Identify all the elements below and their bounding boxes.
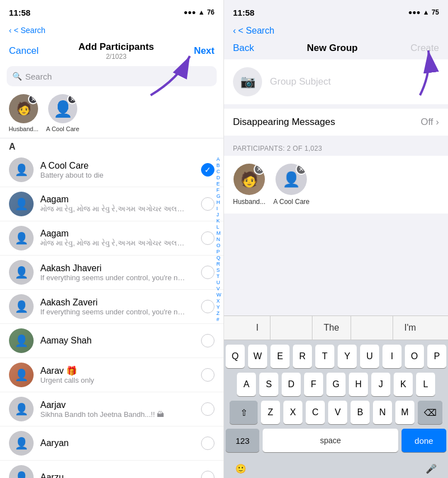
delete-key[interactable]: ⌫: [418, 401, 442, 424]
search-bar[interactable]: 🔍 Search: [7, 66, 217, 86]
contact-name: Aagam: [40, 194, 201, 205]
check-indicator[interactable]: [201, 402, 214, 416]
remove-participant-coolcare[interactable]: ✕: [296, 164, 307, 175]
section-label-a: A: [0, 138, 223, 153]
check-indicator[interactable]: [201, 334, 214, 347]
husband-avatar: 🧑 ✕: [9, 94, 38, 123]
table-row[interactable]: 👤 Aakash Zaveri If everything seems unde…: [0, 290, 223, 324]
next-button[interactable]: Next: [194, 45, 214, 57]
remove-participant-husband[interactable]: ✕: [254, 164, 265, 175]
left-time: 11:58: [9, 8, 30, 17]
contact-name: Aakash Zaveri: [40, 298, 201, 308]
check-indicator[interactable]: [201, 231, 214, 245]
left-back-nav[interactable]: ‹ < Search: [0, 25, 223, 38]
selected-contact-coolcare[interactable]: 👤 ✕ A Cool Care: [46, 94, 80, 132]
key-t[interactable]: T: [315, 345, 334, 368]
mic-icon[interactable]: 🎤: [426, 463, 437, 474]
nav-title-group: Add Participants 2/1023: [78, 41, 154, 61]
key-u[interactable]: U: [360, 345, 379, 368]
disappearing-messages-row[interactable]: Disappearing Messages Off ›: [224, 109, 448, 136]
key-m[interactable]: M: [395, 401, 414, 424]
check-indicator[interactable]: [201, 437, 214, 450]
key-g[interactable]: G: [326, 373, 346, 396]
participant-coolcare[interactable]: 👤 ✕ A Cool Care: [273, 164, 310, 206]
shift-key[interactable]: ⇧: [230, 401, 258, 424]
nav-subtitle: 2/1023: [78, 53, 154, 61]
check-indicator[interactable]: ✓: [201, 163, 214, 177]
husband-label: Husband...: [8, 126, 38, 132]
selected-contact-husband[interactable]: 🧑 ✕ Husband...: [7, 94, 40, 132]
key-x[interactable]: X: [283, 401, 302, 424]
key-e[interactable]: E: [270, 345, 290, 368]
check-indicator[interactable]: [201, 197, 214, 211]
right-battery-icon: 75: [432, 8, 439, 16]
table-row[interactable]: 👤 Aarzu: [0, 461, 223, 478]
create-button[interactable]: Create: [410, 43, 439, 54]
emoji-icon[interactable]: 🙂: [235, 463, 246, 474]
battery-icon: 76: [207, 8, 214, 16]
suggestion-im[interactable]: I'm: [393, 316, 427, 340]
key-s[interactable]: S: [259, 373, 278, 396]
contact-name: Aakash Jhaveri: [40, 263, 201, 273]
right-back-nav[interactable]: ‹ < Search: [224, 25, 448, 39]
search-placeholder: Search: [25, 72, 52, 81]
check-indicator[interactable]: [201, 300, 214, 313]
key-p[interactable]: P: [427, 345, 446, 368]
key-y[interactable]: Y: [338, 345, 357, 368]
remove-husband-badge[interactable]: ✕: [28, 94, 38, 104]
remove-coolcare-badge[interactable]: ✕: [67, 94, 77, 104]
table-row[interactable]: 👤 Aamay Shah: [0, 324, 223, 358]
wifi-icon: ▲: [198, 8, 205, 16]
key-w[interactable]: W: [248, 345, 267, 368]
table-row[interactable]: 👤 Aarjav Sikhna Bandh toh Jeetna Bandh..…: [0, 392, 223, 426]
participant-husband[interactable]: 🧑 ✕ Husband...: [233, 164, 265, 206]
table-row[interactable]: 👤 Aarav 🎁 Urgent calls only: [0, 358, 223, 392]
suggestion-i[interactable]: I: [245, 316, 270, 340]
space-key[interactable]: space: [263, 429, 398, 452]
key-z[interactable]: Z: [261, 401, 280, 424]
key-l[interactable]: L: [416, 373, 435, 396]
participant-husband-avatar: 🧑 ✕: [234, 164, 265, 195]
check-indicator[interactable]: [201, 471, 214, 478]
table-row[interactable]: 👤 Aagam મોજ મા રેવુ, મોજ મા રેવુ રે,અગમ …: [0, 221, 223, 256]
cancel-button[interactable]: Cancel: [9, 45, 39, 57]
disappearing-value: Off ›: [421, 117, 439, 128]
key-a[interactable]: A: [237, 373, 256, 396]
table-row[interactable]: 👤 Aakash Jhaveri If everything seems und…: [0, 256, 223, 290]
suggestion-the[interactable]: The: [312, 316, 351, 340]
key-v[interactable]: V: [328, 401, 347, 424]
camera-button[interactable]: 📷: [233, 67, 262, 96]
back-button[interactable]: Back: [233, 43, 254, 54]
right-back-chevron: ‹: [233, 26, 236, 36]
right-nav-title: New Group: [307, 43, 358, 54]
key-i[interactable]: I: [382, 345, 402, 368]
participants-header: PARTICIPANTS: 2 OF 1,023: [224, 140, 448, 156]
done-key[interactable]: done: [402, 429, 446, 452]
table-row[interactable]: 👤 Aagam મોજ મા રેવુ, મોજ મા રેવુ રે,અગમ …: [0, 187, 223, 221]
contact-info: Aagam મોજ મા રેવુ, મોજ મા રેવુ રે,અગમ અગ…: [40, 229, 201, 248]
check-indicator[interactable]: [201, 368, 214, 382]
key-b[interactable]: B: [351, 401, 370, 424]
key-d[interactable]: D: [282, 373, 301, 396]
key-q[interactable]: Q: [226, 345, 245, 368]
right-signal-icon: ●●●: [408, 8, 421, 16]
group-subject-input[interactable]: Group Subject: [270, 76, 439, 87]
key-o[interactable]: O: [405, 345, 424, 368]
key-row-3: ⇧ Z X C V B N M ⌫: [226, 401, 446, 424]
right-status-bar: 11:58 ●●● ▲ 75: [224, 0, 448, 25]
contact-status: Battery about to die: [40, 171, 186, 179]
numbers-key[interactable]: 123: [226, 429, 259, 452]
table-row[interactable]: 👤 A Cool Care Battery about to die ✓: [0, 153, 223, 187]
key-k[interactable]: K: [394, 373, 413, 396]
check-indicator[interactable]: [201, 266, 214, 279]
table-row[interactable]: 👤 Aaryan: [0, 426, 223, 461]
key-r[interactable]: R: [293, 345, 312, 368]
key-n[interactable]: N: [373, 401, 392, 424]
key-c[interactable]: C: [306, 401, 325, 424]
keyboard-bottom-bar: 🙂 🎤: [224, 459, 448, 478]
key-h[interactable]: H: [349, 373, 368, 396]
contact-name: Aarav 🎁: [40, 365, 201, 376]
key-j[interactable]: J: [371, 373, 390, 396]
contact-name: A Cool Care: [40, 161, 201, 171]
key-f[interactable]: F: [304, 373, 323, 396]
